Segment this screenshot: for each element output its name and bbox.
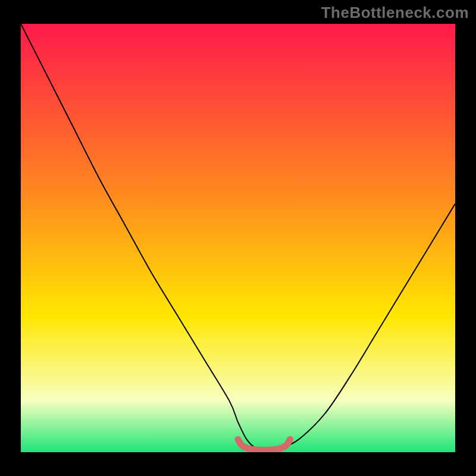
gradient-bg — [21, 24, 455, 452]
plot-area — [21, 24, 455, 452]
chart-frame: TheBottleneck.com — [0, 0, 476, 476]
watermark-text: TheBottleneck.com — [321, 4, 469, 22]
chart-svg — [21, 24, 455, 452]
